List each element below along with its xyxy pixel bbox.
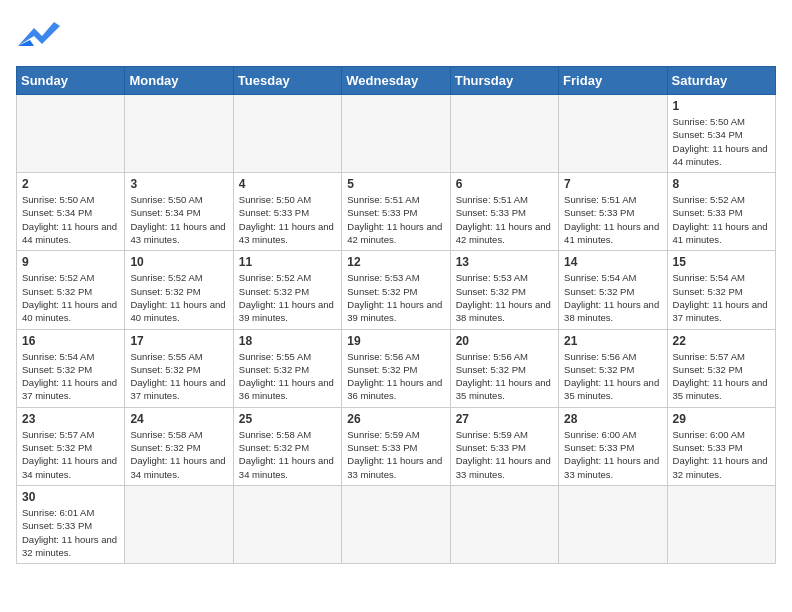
calendar-week-row: 16Sunrise: 5:54 AM Sunset: 5:32 PM Dayli…: [17, 329, 776, 407]
calendar-cell: 23Sunrise: 5:57 AM Sunset: 5:32 PM Dayli…: [17, 407, 125, 485]
calendar-cell: [342, 95, 450, 173]
day-info: Sunrise: 5:59 AM Sunset: 5:33 PM Dayligh…: [456, 428, 553, 481]
calendar-cell: 10Sunrise: 5:52 AM Sunset: 5:32 PM Dayli…: [125, 251, 233, 329]
day-info: Sunrise: 5:54 AM Sunset: 5:32 PM Dayligh…: [673, 271, 770, 324]
day-info: Sunrise: 6:00 AM Sunset: 5:33 PM Dayligh…: [564, 428, 661, 481]
day-info: Sunrise: 5:53 AM Sunset: 5:32 PM Dayligh…: [456, 271, 553, 324]
day-number: 25: [239, 412, 336, 426]
day-info: Sunrise: 5:50 AM Sunset: 5:33 PM Dayligh…: [239, 193, 336, 246]
day-number: 4: [239, 177, 336, 191]
calendar-table: SundayMondayTuesdayWednesdayThursdayFrid…: [16, 66, 776, 564]
calendar-cell: 15Sunrise: 5:54 AM Sunset: 5:32 PM Dayli…: [667, 251, 775, 329]
day-number: 18: [239, 334, 336, 348]
weekday-header-thursday: Thursday: [450, 67, 558, 95]
calendar-cell: [125, 95, 233, 173]
logo: [16, 16, 64, 54]
calendar-cell: 26Sunrise: 5:59 AM Sunset: 5:33 PM Dayli…: [342, 407, 450, 485]
day-info: Sunrise: 5:58 AM Sunset: 5:32 PM Dayligh…: [239, 428, 336, 481]
day-number: 14: [564, 255, 661, 269]
calendar-cell: 20Sunrise: 5:56 AM Sunset: 5:32 PM Dayli…: [450, 329, 558, 407]
day-info: Sunrise: 5:56 AM Sunset: 5:32 PM Dayligh…: [456, 350, 553, 403]
day-number: 8: [673, 177, 770, 191]
day-number: 20: [456, 334, 553, 348]
calendar-cell: 22Sunrise: 5:57 AM Sunset: 5:32 PM Dayli…: [667, 329, 775, 407]
day-info: Sunrise: 5:56 AM Sunset: 5:32 PM Dayligh…: [347, 350, 444, 403]
calendar-cell: 17Sunrise: 5:55 AM Sunset: 5:32 PM Dayli…: [125, 329, 233, 407]
calendar-cell: 30Sunrise: 6:01 AM Sunset: 5:33 PM Dayli…: [17, 485, 125, 563]
weekday-header-friday: Friday: [559, 67, 667, 95]
calendar-cell: 11Sunrise: 5:52 AM Sunset: 5:32 PM Dayli…: [233, 251, 341, 329]
day-number: 9: [22, 255, 119, 269]
day-number: 11: [239, 255, 336, 269]
day-number: 19: [347, 334, 444, 348]
calendar-cell: 6Sunrise: 5:51 AM Sunset: 5:33 PM Daylig…: [450, 173, 558, 251]
day-number: 1: [673, 99, 770, 113]
day-number: 21: [564, 334, 661, 348]
calendar-cell: [342, 485, 450, 563]
day-info: Sunrise: 5:53 AM Sunset: 5:32 PM Dayligh…: [347, 271, 444, 324]
day-info: Sunrise: 5:57 AM Sunset: 5:32 PM Dayligh…: [673, 350, 770, 403]
weekday-header-saturday: Saturday: [667, 67, 775, 95]
calendar-cell: 12Sunrise: 5:53 AM Sunset: 5:32 PM Dayli…: [342, 251, 450, 329]
calendar-cell: [450, 95, 558, 173]
calendar-cell: 5Sunrise: 5:51 AM Sunset: 5:33 PM Daylig…: [342, 173, 450, 251]
weekday-header-monday: Monday: [125, 67, 233, 95]
calendar-cell: 18Sunrise: 5:55 AM Sunset: 5:32 PM Dayli…: [233, 329, 341, 407]
calendar-cell: [559, 485, 667, 563]
day-number: 12: [347, 255, 444, 269]
day-info: Sunrise: 6:01 AM Sunset: 5:33 PM Dayligh…: [22, 506, 119, 559]
calendar-cell: [233, 485, 341, 563]
calendar-cell: 19Sunrise: 5:56 AM Sunset: 5:32 PM Dayli…: [342, 329, 450, 407]
day-info: Sunrise: 5:56 AM Sunset: 5:32 PM Dayligh…: [564, 350, 661, 403]
svg-marker-0: [18, 22, 60, 46]
day-info: Sunrise: 5:52 AM Sunset: 5:32 PM Dayligh…: [22, 271, 119, 324]
day-number: 16: [22, 334, 119, 348]
calendar-cell: 9Sunrise: 5:52 AM Sunset: 5:32 PM Daylig…: [17, 251, 125, 329]
calendar-cell: 29Sunrise: 6:00 AM Sunset: 5:33 PM Dayli…: [667, 407, 775, 485]
day-number: 22: [673, 334, 770, 348]
day-info: Sunrise: 5:54 AM Sunset: 5:32 PM Dayligh…: [22, 350, 119, 403]
calendar-week-row: 23Sunrise: 5:57 AM Sunset: 5:32 PM Dayli…: [17, 407, 776, 485]
calendar-cell: [559, 95, 667, 173]
weekday-header-wednesday: Wednesday: [342, 67, 450, 95]
calendar-cell: 4Sunrise: 5:50 AM Sunset: 5:33 PM Daylig…: [233, 173, 341, 251]
calendar-cell: 13Sunrise: 5:53 AM Sunset: 5:32 PM Dayli…: [450, 251, 558, 329]
day-number: 29: [673, 412, 770, 426]
calendar-cell: 24Sunrise: 5:58 AM Sunset: 5:32 PM Dayli…: [125, 407, 233, 485]
day-number: 27: [456, 412, 553, 426]
calendar-cell: 14Sunrise: 5:54 AM Sunset: 5:32 PM Dayli…: [559, 251, 667, 329]
calendar-cell: 16Sunrise: 5:54 AM Sunset: 5:32 PM Dayli…: [17, 329, 125, 407]
day-info: Sunrise: 5:50 AM Sunset: 5:34 PM Dayligh…: [22, 193, 119, 246]
day-number: 17: [130, 334, 227, 348]
day-number: 3: [130, 177, 227, 191]
day-number: 5: [347, 177, 444, 191]
day-number: 13: [456, 255, 553, 269]
day-info: Sunrise: 5:51 AM Sunset: 5:33 PM Dayligh…: [564, 193, 661, 246]
calendar-week-row: 1Sunrise: 5:50 AM Sunset: 5:34 PM Daylig…: [17, 95, 776, 173]
day-number: 2: [22, 177, 119, 191]
day-number: 7: [564, 177, 661, 191]
day-info: Sunrise: 6:00 AM Sunset: 5:33 PM Dayligh…: [673, 428, 770, 481]
day-info: Sunrise: 5:55 AM Sunset: 5:32 PM Dayligh…: [130, 350, 227, 403]
day-info: Sunrise: 5:59 AM Sunset: 5:33 PM Dayligh…: [347, 428, 444, 481]
day-number: 24: [130, 412, 227, 426]
day-info: Sunrise: 5:58 AM Sunset: 5:32 PM Dayligh…: [130, 428, 227, 481]
weekday-header-sunday: Sunday: [17, 67, 125, 95]
day-info: Sunrise: 5:57 AM Sunset: 5:32 PM Dayligh…: [22, 428, 119, 481]
day-info: Sunrise: 5:51 AM Sunset: 5:33 PM Dayligh…: [347, 193, 444, 246]
calendar-cell: [233, 95, 341, 173]
calendar-cell: [125, 485, 233, 563]
calendar-cell: 25Sunrise: 5:58 AM Sunset: 5:32 PM Dayli…: [233, 407, 341, 485]
calendar-cell: 21Sunrise: 5:56 AM Sunset: 5:32 PM Dayli…: [559, 329, 667, 407]
weekday-header-row: SundayMondayTuesdayWednesdayThursdayFrid…: [17, 67, 776, 95]
calendar-week-row: 9Sunrise: 5:52 AM Sunset: 5:32 PM Daylig…: [17, 251, 776, 329]
logo-icon: [16, 18, 60, 54]
day-number: 6: [456, 177, 553, 191]
day-info: Sunrise: 5:51 AM Sunset: 5:33 PM Dayligh…: [456, 193, 553, 246]
day-info: Sunrise: 5:52 AM Sunset: 5:32 PM Dayligh…: [130, 271, 227, 324]
day-number: 26: [347, 412, 444, 426]
calendar-cell: [450, 485, 558, 563]
day-info: Sunrise: 5:50 AM Sunset: 5:34 PM Dayligh…: [130, 193, 227, 246]
calendar-week-row: 2Sunrise: 5:50 AM Sunset: 5:34 PM Daylig…: [17, 173, 776, 251]
calendar-cell: 1Sunrise: 5:50 AM Sunset: 5:34 PM Daylig…: [667, 95, 775, 173]
